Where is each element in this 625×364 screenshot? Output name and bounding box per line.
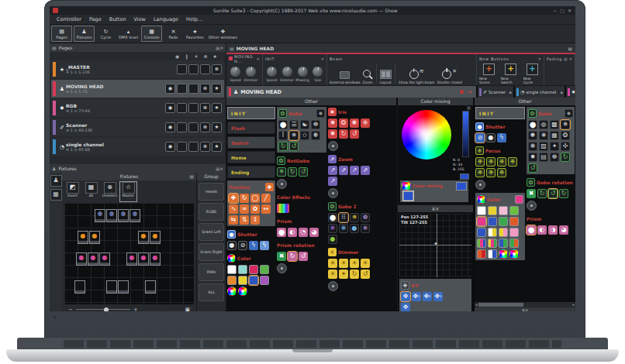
fixture-par[interactable]: ●: [76, 252, 87, 266]
gobo-option[interactable]: ↺: [528, 163, 537, 173]
page-row-scanner[interactable]: ✐Scanner≡ 1 ⊙ 89-136◉⊗★: [51, 118, 224, 136]
panel-close-icon[interactable]: ✕: [257, 57, 260, 61]
gobo-option[interactable]: ❋: [528, 142, 537, 151]
group-button-pars[interactable]: PARs: [199, 263, 224, 281]
gobo-option[interactable]: ☰: [289, 120, 299, 129]
page-row-master[interactable]: ★_MASTER≡ 1 ⊙ 1-136⊗: [51, 60, 224, 78]
gobo-option[interactable]: ☯: [300, 120, 309, 129]
tab-rgb[interactable]: ✸RGB▪: [566, 86, 575, 98]
color-icon[interactable]: [477, 195, 485, 204]
color-option[interactable]: [499, 206, 508, 215]
focus-icon[interactable]: ❈: [475, 146, 484, 155]
focus-option[interactable]: ❈: [486, 157, 496, 167]
dimmer-icon[interactable]: ☀: [328, 248, 337, 256]
panel-close-icon[interactable]: ✕: [569, 57, 572, 61]
focus-option[interactable]: ❈: [508, 157, 517, 167]
color-option[interactable]: [499, 217, 508, 226]
show-the-light-beam-button[interactable]: ≋Show the light beam: [399, 63, 435, 84]
prism-option[interactable]: ◐: [288, 228, 297, 237]
fixture-empty[interactable]: [118, 280, 129, 294]
zoom-button[interactable]: Zoom: [363, 63, 373, 84]
gobo-option[interactable]: ✦: [550, 142, 559, 151]
position-option[interactable]: ↕: [250, 215, 260, 225]
gobo-option[interactable]: ↻: [278, 142, 288, 151]
prism-option[interactable]: ◐: [537, 225, 547, 235]
gobo-icon[interactable]: ❂: [528, 109, 537, 118]
gobo-option[interactable]: ✵: [561, 120, 570, 129]
color-mixing-swatch[interactable]: [456, 182, 467, 191]
menu-item-help[interactable]: Help...: [186, 16, 202, 22]
gobo-option[interactable]: ↻: [561, 153, 570, 162]
color-option[interactable]: [249, 276, 258, 285]
gobo-2-option[interactable]: ●: [350, 224, 359, 233]
rotgobo-icon[interactable]: ❂: [277, 156, 285, 165]
iris-knob[interactable]: [328, 141, 338, 151]
pages-panel-controls[interactable]: ▤✕: [216, 46, 223, 50]
prism-option[interactable]: ◔: [299, 228, 308, 237]
blank-toggle-button[interactable]: [188, 64, 199, 74]
zoom-option[interactable]: ↗: [328, 177, 337, 186]
gobo-2-option[interactable]: ✵: [350, 213, 359, 222]
dimmer-option[interactable]: ↻: [350, 270, 359, 279]
position-option[interactable]: ╱: [261, 194, 271, 203]
gobo-option[interactable]: ▦: [550, 131, 559, 140]
page-row-rgb[interactable]: ✸RGB≡ 1 ⊙ 73-84◉⊗★: [51, 99, 224, 117]
pan-tilt-grid[interactable]: Pan 127-255 Tilt 127-255 ✦: [399, 214, 471, 277]
fixture-scan[interactable]: ❆: [106, 209, 117, 222]
gobo-option[interactable]: ✩: [300, 131, 309, 140]
color-option[interactable]: [488, 206, 497, 215]
favorites-button[interactable]: ★Favorites: [185, 26, 205, 42]
gobo-rotation-option[interactable]: ✖: [527, 189, 536, 198]
gobo-option[interactable]: ☸: [550, 153, 559, 162]
circle-x-button[interactable]: ⊗: [200, 142, 210, 152]
cycle-button[interactable]: ↻Cycle: [96, 26, 116, 42]
focus-option[interactable]: ❈: [475, 157, 485, 167]
color-option[interactable]: [509, 249, 519, 259]
shutter-icon[interactable]: ●: [475, 122, 484, 131]
grid-view-icon[interactable]: ▦: [50, 189, 62, 201]
iris-option[interactable]: ✹: [328, 118, 337, 128]
zoom-option[interactable]: ⇗: [339, 166, 348, 175]
new-cycle-button[interactable]: +New Cycle: [523, 64, 541, 84]
other-windows-button[interactable]: ❖Other windows: [207, 26, 239, 42]
color-option[interactable]: [488, 249, 497, 259]
position-option[interactable]: ⇅: [240, 215, 249, 225]
color-option[interactable]: [477, 249, 486, 259]
blank-toggle-button[interactable]: [200, 64, 210, 74]
star-button[interactable]: ★: [212, 84, 222, 94]
scene-button-flash[interactable]: Flash: [227, 122, 275, 134]
gobo-2-option[interactable]: ⠿: [339, 213, 348, 222]
gobo-2-option[interactable]: ❁: [361, 213, 370, 222]
shutter-closed-button[interactable]: ✕Shutter closed: [437, 63, 462, 84]
eye-button[interactable]: ◉: [165, 142, 175, 152]
focus-knob[interactable]: [475, 180, 485, 190]
prism-option[interactable]: ●: [277, 228, 286, 237]
shutter-option[interactable]: ϟ: [249, 241, 258, 250]
prism-rotation-option[interactable]: ↺: [299, 252, 308, 261]
fixture-head[interactable]: ●: [78, 231, 88, 244]
menu-item-button[interactable]: Button: [109, 16, 126, 22]
master-button[interactable]: ☆Master: [120, 182, 136, 201]
blank-toggle-button[interactable]: [177, 142, 187, 152]
iris-option[interactable]: ❂: [339, 118, 348, 128]
brightness-slider[interactable]: [462, 111, 469, 157]
color-option[interactable]: [499, 228, 508, 237]
color-option[interactable]: [227, 265, 237, 274]
prism-rotation-option[interactable]: ✖: [277, 252, 286, 261]
gobo-rotation-option[interactable]: ↺: [548, 189, 558, 198]
xy-preset-button[interactable]: ✥: [401, 303, 410, 311]
fixture-par[interactable]: ●: [88, 252, 98, 266]
menu-item-view[interactable]: View: [134, 16, 146, 22]
phasing-knob[interactable]: [297, 66, 309, 77]
fixture-par[interactable]: ●: [150, 252, 161, 266]
group-button-all[interactable]: ALL: [199, 283, 224, 301]
gobo-option[interactable]: ●: [528, 120, 537, 129]
gobo-option[interactable]: ▤: [539, 153, 548, 162]
gobo-option[interactable]: Ⅰ: [278, 131, 288, 140]
position-option[interactable]: ∿: [229, 204, 238, 214]
color-option[interactable]: [260, 276, 269, 285]
color-option[interactable]: [238, 265, 247, 274]
gobo-rotation-option[interactable]: ↻: [559, 189, 568, 198]
color-option[interactable]: [260, 265, 269, 274]
pages-button[interactable]: ▤Pages: [51, 26, 72, 42]
